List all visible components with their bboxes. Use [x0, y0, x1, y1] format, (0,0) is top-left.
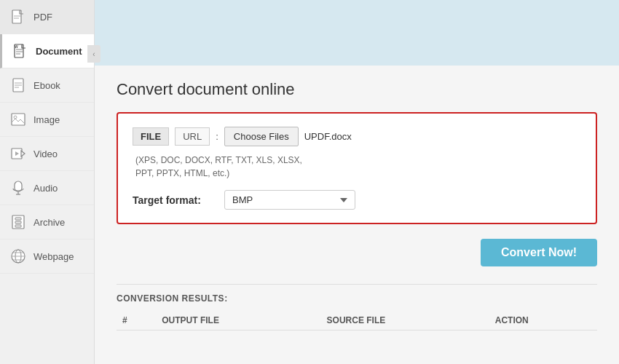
choose-files-button[interactable]: Choose Files: [224, 127, 299, 146]
sidebar-item-video[interactable]: Video: [0, 137, 94, 171]
col-hash: #: [117, 311, 156, 331]
sidebar-item-pdf[interactable]: PDF: [0, 0, 94, 34]
pdf-icon: [10, 9, 26, 25]
webpage-icon: [10, 248, 26, 264]
colon-separator: :: [216, 131, 218, 142]
results-title: CONVERSION RESULTS:: [117, 293, 597, 304]
convert-now-button[interactable]: Convert Now!: [481, 239, 597, 266]
video-icon: [10, 146, 26, 162]
page-title: Convert document online: [117, 80, 597, 99]
svg-rect-23: [15, 225, 21, 227]
sidebar: PDF W Document Ebook: [0, 0, 95, 364]
sidebar-item-ebook[interactable]: Ebook: [0, 68, 94, 103]
sidebar-item-webpage-label: Webpage: [33, 251, 74, 262]
sidebar-item-pdf-label: PDF: [33, 12, 52, 23]
sidebar-item-image-label: Image: [33, 114, 60, 125]
svg-marker-15: [21, 151, 25, 157]
svg-rect-21: [15, 218, 21, 220]
file-url-row: FILE URL : Choose Files UPDF.docx: [133, 127, 581, 146]
archive-icon: [10, 214, 26, 230]
svg-rect-17: [15, 181, 22, 191]
col-source-file: SOURCE FILE: [321, 311, 489, 331]
sidebar-item-webpage[interactable]: Webpage: [0, 240, 94, 274]
sidebar-collapse-arrow[interactable]: ‹: [87, 45, 100, 63]
top-banner: [95, 0, 619, 66]
target-format-label: Target format:: [133, 194, 213, 206]
selected-filename: UPDF.docx: [304, 131, 352, 142]
sidebar-item-document[interactable]: W Document: [0, 34, 94, 68]
content-area: Convert document online FILE URL : Choos…: [95, 66, 619, 364]
sidebar-item-document-label: Document: [36, 46, 82, 57]
sidebar-item-audio-label: Audio: [33, 183, 58, 194]
sidebar-item-image[interactable]: Image: [0, 103, 94, 137]
convert-row: Convert Now!: [117, 239, 597, 266]
upload-box: FILE URL : Choose Files UPDF.docx (XPS, …: [117, 112, 597, 224]
sidebar-item-ebook-label: Ebook: [33, 80, 60, 91]
col-action: ACTION: [489, 311, 597, 331]
image-icon: [10, 111, 26, 127]
sidebar-item-audio[interactable]: Audio: [0, 171, 94, 205]
sidebar-item-archive[interactable]: Archive: [0, 205, 94, 240]
col-output-file: OUTPUT FILE: [156, 311, 320, 331]
audio-icon: [10, 180, 26, 196]
sidebar-item-video-label: Video: [33, 149, 58, 159]
target-format-row: Target format: BMP PDF DOCX PNG JPG TXT …: [133, 190, 581, 210]
main-content: Convert document online FILE URL : Choos…: [95, 0, 619, 364]
results-table: # OUTPUT FILE SOURCE FILE ACTION: [117, 311, 597, 331]
tab-file[interactable]: FILE: [133, 127, 169, 146]
document-icon: W: [12, 43, 28, 59]
ebook-icon: [10, 77, 26, 93]
svg-text:W: W: [15, 44, 18, 49]
svg-rect-12: [12, 114, 25, 125]
svg-rect-22: [15, 221, 21, 223]
tab-url[interactable]: URL: [175, 127, 210, 146]
format-select[interactable]: BMP PDF DOCX PNG JPG TXT HTML: [224, 190, 355, 210]
formats-hint: (XPS, DOC, DOCX, RTF, TXT, XLS, XLSX,PPT…: [135, 154, 581, 180]
sidebar-item-archive-label: Archive: [33, 217, 65, 228]
results-section: CONVERSION RESULTS: # OUTPUT FILE SOURCE…: [117, 284, 597, 331]
